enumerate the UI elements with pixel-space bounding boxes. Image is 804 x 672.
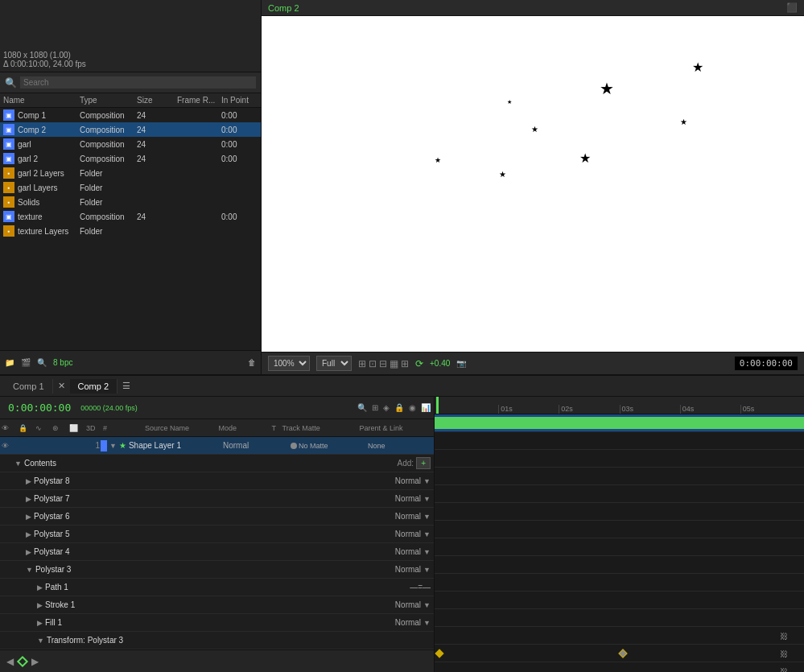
prop-polystar6[interactable]: ▶ Polystar 6 Normal ▼ [0,508,434,526]
expand-arrow[interactable]: ▶ [26,495,31,503]
zoom-select[interactable]: 100% 50% 200% [268,356,310,371]
viewer-header: Comp 2 ⬛ [262,0,804,16]
plus-value: +0.40 [430,359,450,368]
expand-arrow[interactable]: ▶ [26,548,31,556]
prop-label: Stroke 1 [45,600,75,609]
mode-arrow[interactable]: ▼ [423,619,431,627]
project-row-garl2[interactable]: ▣garl 2 Composition 24 0:00 [0,151,261,166]
item-name: Solids [18,198,39,207]
grid-icon[interactable]: ⊟ [379,358,387,369]
project-row-solids[interactable]: ▪Solids Folder [0,195,261,209]
tl-solo-icon[interactable]: ◈ [383,403,390,412]
kf-row-poly7 [435,468,804,485]
keyframe-diamond[interactable] [17,655,28,666]
mode-arrow[interactable]: ▼ [423,477,431,485]
tl-graph-icon[interactable]: 📊 [421,403,431,412]
mode-arrow[interactable]: ▼ [423,495,431,503]
3d-icon[interactable]: ▦ [390,358,398,369]
project-row-garl2layers[interactable]: ▪garl 2 Layers Folder [0,166,261,180]
new-comp-icon[interactable]: 🎬 [21,358,31,367]
kf-diamond-1[interactable] [435,649,443,658]
search-input[interactable] [20,76,256,89]
expand-arrow[interactable]: ▶ [26,530,31,538]
lh-eff: ⊛ [52,424,68,432]
project-row-texturelayers[interactable]: ▪texture Layers Folder [0,224,261,238]
item-in: 0:00 [221,140,258,149]
mode-arrow[interactable]: ▼ [423,530,431,538]
find-icon[interactable]: 🔍 [37,358,47,367]
new-folder-icon[interactable]: 📁 [5,358,14,367]
expand-arrow[interactable]: ▼ [37,637,44,645]
prop-path1[interactable]: ▶ Path 1 —=— [0,579,434,596]
quality-select[interactable]: Full Half [316,356,352,371]
mode-arrow[interactable]: ▼ [423,601,431,609]
expand-arrow[interactable]: ▶ [26,477,31,485]
tab-comp2[interactable]: Comp 2 [70,379,118,394]
item-name: texture [18,212,43,221]
lh-eye: 👁 [2,424,18,432]
mode-arrow[interactable]: ▼ [423,513,431,521]
expand-arrow[interactable]: ▼ [109,442,117,450]
prop-polystar5[interactable]: ▶ Polystar 5 Normal ▼ [0,526,434,543]
time-mark-2s: 02s [559,405,619,414]
project-row-comp1[interactable]: ▣Comp 1 Composition 24 0:00 [0,108,261,122]
matte-label: No Matte [299,442,328,450]
tab-comp2-close[interactable]: ☰ [119,381,134,391]
item-type: Composition [80,140,137,149]
next-keyframe-btn[interactable]: ▶ [31,656,39,667]
expand-arrow[interactable]: ▶ [37,601,43,609]
fit-icon[interactable]: ⊞ [358,358,366,369]
prop-polystar7[interactable]: ▶ Polystar 7 Normal ▼ [0,490,434,508]
project-row-comp2[interactable]: ▣Comp 2 Composition 24 0:00 [0,122,261,137]
expand-arrow[interactable]: ▶ [37,619,43,627]
expand-arrow[interactable]: ▶ [26,513,31,521]
mode-arrow[interactable]: ▼ [423,548,431,556]
tl-motion-icon[interactable]: ◉ [409,403,416,412]
add-label: Add: [398,459,414,468]
prop-polystar3[interactable]: ▼ Polystar 3 Normal ▼ [0,561,434,579]
tl-lock-icon[interactable]: 🔒 [394,403,404,412]
vis-eye[interactable]: 👁 [2,442,14,450]
add-button[interactable]: + [416,457,431,469]
lh-source: Source Name [145,424,218,432]
prop-polystar8[interactable]: ▶ Polystar 8 Normal ▼ [0,472,434,490]
prop-polystar4[interactable]: ▶ Polystar 4 Normal ▼ [0,543,434,561]
safe-icon[interactable]: ⊡ [369,358,377,369]
tl-switch-icon[interactable]: ⊞ [372,403,378,412]
viewer-icon-1[interactable]: ⬛ [786,2,798,13]
reset-icon[interactable]: ⟳ [415,358,423,369]
kf-row-contents [435,432,804,450]
expand-arrow[interactable]: ▼ [26,566,33,574]
folder-icon: ▪ [3,225,14,237]
camera-icon[interactable]: 📷 [456,359,466,368]
prop-stroke1[interactable]: ▶ Stroke 1 Normal ▼ [0,596,434,614]
kf-diamond-2[interactable] [618,649,627,658]
prev-keyframe-btn[interactable]: ◀ [6,656,14,667]
project-row-garl[interactable]: ▣garl Composition 24 0:00 [0,137,261,151]
item-name: Comp 1 [18,111,46,120]
ruler-icon[interactable]: ⊞ [401,358,409,369]
expand-arrow[interactable]: ▶ [37,583,43,592]
expand-arrow[interactable]: ▼ [14,460,22,468]
search-bar: 🔍 [0,72,261,93]
kf-bar-green [435,417,804,429]
project-row-texture[interactable]: ▣texture Composition 24 0:00 [0,209,261,224]
layer-row-shapelayer1[interactable]: 👁 1 ▼ ★ Shape Layer 1 Normal No Ma [0,437,434,455]
keyframe-rows-container: ⛓ ⛓ ⛓ ⛓ ⛓ [435,414,804,672]
viewer-comp-label: Comp 2 [268,3,299,13]
kf-row-poly3 [435,538,804,556]
tl-search-icon: 🔍 [357,403,367,412]
timeline-tabs: Comp 1 ✕ Comp 2 ☰ [0,376,804,397]
item-type: Folder [80,198,137,207]
tab-comp1[interactable]: Comp 1 [5,379,53,394]
prop-transform-polystar3[interactable]: ▼ Transform: Polystar 3 [0,632,434,649]
tab-comp1-close[interactable]: ✕ [55,381,68,391]
project-row-garllayers[interactable]: ▪garl Layers Folder [0,180,261,195]
mode-arrow[interactable]: ▼ [423,566,431,574]
col-in: In Point [221,96,258,105]
folder-icon: ▪ [3,167,14,179]
prop-contents[interactable]: ▼ Contents Add: + [0,455,434,472]
comp-icon: ▣ [3,138,14,150]
delete-icon[interactable]: 🗑 [248,358,256,367]
prop-fill1[interactable]: ▶ Fill 1 Normal ▼ [0,614,434,632]
